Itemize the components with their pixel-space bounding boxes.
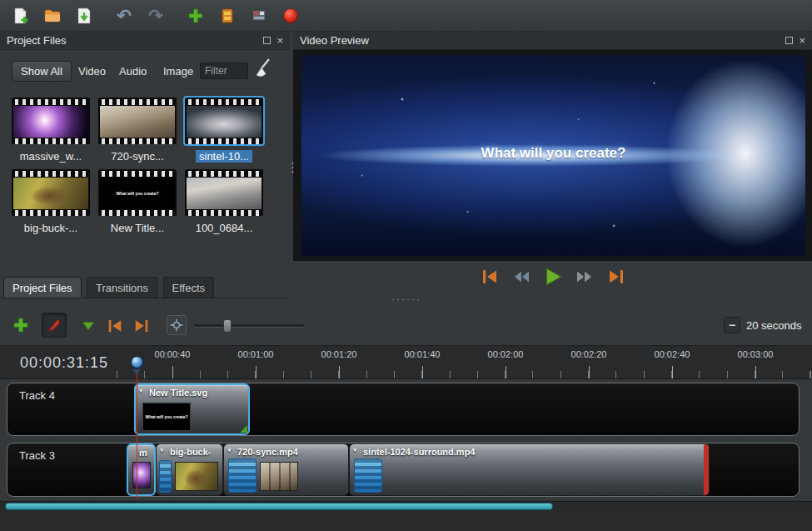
ruler-tick-label: 00:01:20 [314, 349, 364, 359]
tabs-divider [0, 298, 290, 298]
tab-transitions[interactable]: Transitions [87, 277, 157, 298]
razor-icon [46, 317, 62, 333]
project-file-item-100-0684[interactable]: 100_0684... [185, 169, 263, 234]
filmstrip-top [13, 171, 88, 177]
zoom-out-button[interactable]: − [724, 317, 740, 333]
filter-input[interactable] [200, 63, 248, 79]
clip-menu-icon[interactable]: ▾ [227, 446, 232, 454]
track-name: Track 4 [19, 389, 55, 402]
filter-show-all-button[interactable]: Show All [12, 61, 72, 82]
choose-profile-button[interactable] [217, 5, 238, 27]
broom-icon [252, 58, 274, 79]
rewind-icon [511, 267, 531, 287]
filmstrip-bottom [13, 210, 88, 216]
project-file-item-newtitle[interactable]: What will you create? New Title... [98, 169, 177, 234]
close-panel-icon[interactable]: × [276, 37, 283, 45]
filmstrip-bottom [187, 210, 262, 216]
redo-button[interactable]: ↷ [145, 5, 167, 27]
zoom-slider-handle[interactable] [223, 319, 232, 333]
film-icon [159, 460, 172, 493]
undock-panel-icon[interactable] [785, 37, 793, 44]
previous-marker-button[interactable] [106, 318, 124, 334]
clip-sintel-surround[interactable]: ▾ sintel-1024-surround.mp4 [349, 443, 710, 496]
clip-menu-icon[interactable]: ▾ [353, 446, 357, 454]
thumbnail-image [100, 106, 175, 138]
filmstrip-top [13, 99, 88, 105]
playhead-handle[interactable] [131, 356, 143, 368]
filter-audio-button[interactable]: Audio [119, 65, 147, 78]
clip-menu-icon[interactable]: ▾ [160, 446, 164, 454]
filter-image-button[interactable]: Image [163, 65, 193, 78]
new-project-button[interactable] [10, 5, 32, 27]
vertical-splitter-handle[interactable]: ⋮ [286, 160, 299, 175]
file-label-selected: sintel-10... [185, 150, 263, 163]
project-file-item-massive[interactable]: massive_w... [12, 98, 90, 163]
center-playhead-button[interactable] [167, 315, 187, 335]
close-panel-icon[interactable]: × [799, 37, 805, 45]
clip-menu-icon[interactable]: ▾ [139, 387, 143, 395]
clip-thumbnail: What will you create? [142, 403, 191, 431]
filter-video-button[interactable]: Video [78, 65, 106, 78]
play-button[interactable] [542, 266, 564, 288]
file-thumbnail [98, 98, 177, 144]
ruler-tick-label: 00:00:40 [147, 349, 197, 359]
ruler-tick-label: 00:02:40 [647, 349, 697, 359]
timeline-ruler[interactable]: 00:00:31:15 00:00:40 00:01:00 00:01:20 0… [0, 345, 812, 379]
file-thumbnail [12, 169, 90, 216]
playback-controls [293, 263, 812, 290]
filmstrip-top [100, 99, 175, 105]
file-label: massive_w... [12, 150, 90, 163]
project-file-item-sintel[interactable]: sintel-10... [185, 98, 263, 163]
import-files-button[interactable] [185, 5, 207, 27]
next-marker-button[interactable] [132, 318, 151, 334]
clip-massive-trimmed[interactable]: m [127, 443, 156, 496]
save-project-button[interactable] [73, 5, 95, 27]
fast-forward-button[interactable] [574, 266, 595, 288]
video-preview-title: Video Preview [300, 34, 369, 47]
open-project-button[interactable] [42, 5, 63, 27]
fullscreen-button[interactable] [248, 5, 270, 27]
clip-thumbnail [175, 462, 218, 491]
project-file-item-bigbuck[interactable]: big-buck-... [12, 169, 90, 234]
film-icon [228, 458, 257, 493]
razor-tool-button[interactable] [42, 313, 67, 338]
undo-icon: ↶ [117, 7, 132, 24]
tab-project-files[interactable]: Project Files [3, 277, 82, 298]
project-files-panel-header: Project Files × [0, 32, 290, 50]
horizontal-splitter-handle[interactable]: ······ [376, 293, 436, 305]
export-video-button[interactable] [280, 5, 301, 27]
jump-start-icon [480, 267, 500, 287]
clip-resize-handle[interactable] [240, 425, 247, 433]
ruler-tick-label: 00:02:00 [481, 349, 531, 359]
jump-start-button[interactable] [479, 266, 501, 288]
thumbnail-image [187, 106, 262, 138]
previous-marker-icon [106, 318, 124, 334]
filmstrip-top [187, 171, 262, 177]
zoom-scale-label: 20 seconds [746, 319, 802, 332]
clip-thumbnail [132, 462, 151, 488]
file-label: big-buck-... [12, 222, 90, 234]
profile-icon [218, 7, 237, 25]
redo-icon: ↷ [148, 7, 163, 24]
project-file-item-720sync[interactable]: 720-sync... [98, 98, 177, 163]
snapping-toggle-button[interactable] [80, 318, 97, 334]
clip-trim-edge[interactable] [704, 444, 709, 495]
screen-icon [250, 7, 268, 25]
save-icon [75, 7, 93, 25]
clip-720-sync[interactable]: ▾ 720-sync.mp4 [223, 443, 349, 496]
jump-end-button[interactable] [605, 266, 627, 288]
undo-button[interactable]: ↶ [113, 5, 135, 27]
clip-big-buck[interactable]: ▾ big-buck- [156, 443, 223, 496]
filmstrip-bottom [100, 138, 175, 144]
timeline-scrollbar-thumb[interactable] [5, 503, 553, 510]
zoom-slider[interactable] [194, 324, 304, 328]
tab-effects[interactable]: Effects [163, 277, 215, 298]
undock-panel-icon[interactable] [263, 37, 271, 44]
clear-filter-broom-icon[interactable] [252, 58, 274, 79]
video-overlay-text: What will you create? [301, 145, 805, 162]
openshot-window: ↶ ↷ [0, 0, 812, 531]
clip-new-title[interactable]: ▾ New Title.svg What will you create? [134, 383, 250, 435]
rewind-button[interactable] [511, 266, 532, 288]
plus-icon [12, 316, 30, 334]
add-track-button[interactable] [12, 316, 30, 334]
